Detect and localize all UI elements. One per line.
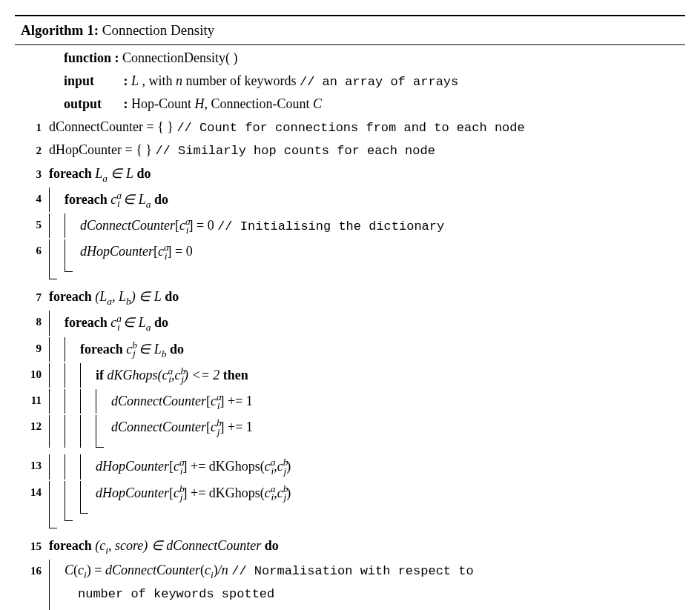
algo-title: Connection Density (102, 22, 214, 38)
comment: // Count for connections from and to eac… (176, 121, 524, 135)
comment: // Initialising the dictionary (217, 219, 444, 233)
function-keyword: function : (64, 50, 119, 65)
algorithm-content: function : ConnectionDensity( ) input : … (15, 45, 685, 610)
output-keyword: output (64, 93, 120, 115)
algorithm-header: Algorithm 1: Connection Density (15, 16, 685, 44)
comment: // Similarly hop counts for each node (155, 144, 435, 158)
comment: // Normalisation with respect to (231, 564, 473, 578)
algo-label: Algorithm 1: (21, 22, 99, 38)
algorithm-box: Algorithm 1: Connection Density function… (15, 15, 685, 610)
input-keyword: input (64, 70, 120, 92)
function-name: ConnectionDensity( ) (122, 50, 237, 65)
input-comment: // an array of arrays (300, 75, 458, 89)
